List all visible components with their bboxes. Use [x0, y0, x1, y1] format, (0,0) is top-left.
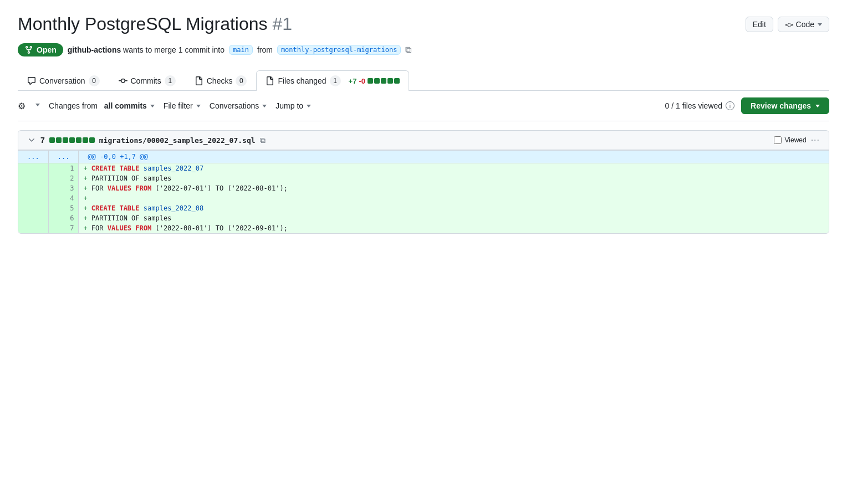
files-changed-count: 1	[330, 75, 341, 86]
conversation-label: Conversation	[39, 76, 85, 85]
file-sq-5	[76, 137, 81, 143]
file-sq-1	[49, 137, 55, 143]
viewed-label: Viewed	[785, 136, 807, 144]
line-content-1: + CREATE TABLE samples_2022_07	[79, 163, 829, 174]
copy-filename-icon[interactable]: ⧉	[260, 136, 266, 145]
files-changed-label: Files changed	[278, 76, 326, 85]
line-old-6	[18, 213, 48, 223]
tab-commits[interactable]: Commits 1	[109, 70, 185, 91]
table-row: 2 + PARTITION OF samples	[18, 173, 829, 183]
table-row: 5 + CREATE TABLE samples_2022_08	[18, 203, 829, 213]
more-options-button[interactable]: ···	[811, 135, 820, 145]
diff-table: ... ... @@ -0,0 +1,7 @@ 1 + CREATE TABLE…	[18, 150, 829, 233]
base-branch-pill[interactable]: main	[229, 45, 253, 55]
file-sq-4	[69, 137, 75, 143]
file-filter-dropdown[interactable]: File filter	[164, 101, 201, 110]
edit-button[interactable]: Edit	[746, 17, 773, 32]
line-new-7: 7	[48, 223, 79, 233]
pr-number: #1	[272, 14, 292, 34]
files-changed-icon	[266, 76, 274, 85]
table-row: 3 + FOR VALUES FROM ('2022-07-01') TO ('…	[18, 183, 829, 193]
conversations-dropdown[interactable]: Conversations	[210, 101, 267, 110]
jump-to-label: Jump to	[275, 101, 303, 110]
file-sq-2	[56, 137, 62, 143]
hunk-header-text: @@ -0,0 +1,7 @@	[79, 151, 829, 163]
changes-chevron-icon	[150, 105, 155, 107]
diff-sq-3	[381, 78, 386, 84]
diff-line-count: 7	[40, 136, 45, 145]
files-viewed-text: 0 / 1 files viewed	[665, 101, 723, 110]
table-row: 7 + FOR VALUES FROM ('2022-08-01') TO ('…	[18, 223, 829, 233]
hunk-header-row: ... ... @@ -0,0 +1,7 @@	[18, 151, 829, 163]
meta-description: github-actions wants to merge 1 commit i…	[68, 45, 224, 54]
review-chevron-icon	[815, 105, 820, 107]
table-row: 4 +	[18, 193, 829, 203]
diff-filename: migrations/00002_samples_2022_07.sql	[99, 136, 256, 145]
tabs-bar: Conversation 0 Commits 1 Checks 0 Files …	[18, 70, 829, 91]
line-old-1	[18, 163, 48, 174]
line-old-3	[18, 183, 48, 193]
diff-stat: +7 -0	[349, 77, 400, 85]
hunk-line-new: ...	[48, 151, 79, 163]
diff-toolbar: ⚙ Changes from all commits File filter C…	[18, 91, 829, 121]
line-old-7	[18, 223, 48, 233]
hunk-line-old: ...	[18, 151, 48, 163]
line-new-6: 6	[48, 213, 79, 223]
viewed-checkbox[interactable]	[774, 136, 782, 144]
open-badge: Open	[18, 43, 63, 56]
line-content-6: + PARTITION OF samples	[79, 213, 829, 223]
checks-label: Checks	[207, 76, 233, 85]
gear-chevron-icon[interactable]	[35, 104, 40, 106]
review-changes-button[interactable]: Review changes	[741, 97, 829, 114]
pr-title: Monthly PostgreSQL Migrations #1	[18, 13, 292, 34]
diff-card: 7 migrations/00002_samples_2022_07.sql ⧉…	[18, 130, 829, 234]
commits-icon	[119, 76, 127, 85]
commits-count: 1	[165, 75, 176, 86]
copy-branch-icon[interactable]: ⧉	[405, 45, 411, 55]
jump-to-chevron-icon	[307, 105, 311, 107]
line-old-5	[18, 203, 48, 213]
diff-sq-1	[368, 78, 373, 84]
tab-files-changed[interactable]: Files changed 1 +7 -0	[256, 70, 409, 91]
checks-icon	[195, 76, 203, 85]
changes-from-dropdown[interactable]: Changes from all commits	[49, 101, 155, 110]
diff-card-header-right: Viewed ···	[774, 135, 820, 145]
commits-label: Commits	[131, 76, 161, 85]
pr-title-row: Monthly PostgreSQL Migrations #1 Edit <>…	[18, 13, 829, 34]
chevron-down-icon	[818, 23, 822, 26]
code-button[interactable]: <> Code	[778, 17, 829, 32]
file-sq-6	[83, 137, 88, 143]
line-new-1: 1	[48, 163, 79, 174]
tab-conversation[interactable]: Conversation 0	[18, 70, 109, 91]
conversations-label: Conversations	[210, 101, 259, 110]
collapse-button[interactable]	[27, 136, 36, 145]
code-bracket-icon: <>	[785, 20, 794, 29]
viewed-checkbox-label[interactable]: Viewed	[774, 136, 807, 144]
files-viewed: 0 / 1 files viewed i	[665, 101, 735, 110]
line-content-3: + FOR VALUES FROM ('2022-07-01') TO ('20…	[79, 183, 829, 193]
diff-removed: -0	[359, 77, 365, 85]
conversation-count: 0	[89, 75, 100, 86]
gear-icon[interactable]: ⚙	[18, 101, 25, 111]
checks-count: 0	[236, 75, 247, 86]
changes-from-label: Changes from	[49, 101, 98, 110]
file-filter-label: File filter	[164, 101, 193, 110]
diff-sq-5	[394, 78, 400, 84]
line-new-5: 5	[48, 203, 79, 213]
info-icon[interactable]: i	[726, 101, 734, 110]
chevron-down-file-icon	[27, 136, 36, 145]
tab-checks[interactable]: Checks 0	[185, 70, 257, 91]
pr-meta: Open github-actions wants to merge 1 com…	[18, 43, 829, 56]
conversations-chevron-icon	[262, 105, 267, 107]
line-new-4: 4	[48, 193, 79, 203]
diff-squares	[368, 78, 400, 84]
actor-name: github-actions	[68, 45, 121, 54]
open-label: Open	[37, 45, 57, 54]
head-branch-pill[interactable]: monthly-postgresql-migrations	[277, 45, 401, 55]
table-row: 1 + CREATE TABLE samples_2022_07	[18, 163, 829, 174]
jump-to-dropdown[interactable]: Jump to	[275, 101, 311, 110]
conversation-icon	[27, 76, 36, 85]
line-content-2: + PARTITION OF samples	[79, 173, 829, 183]
git-merge-icon	[24, 45, 33, 54]
diff-card-header-left: 7 migrations/00002_samples_2022_07.sql ⧉	[27, 136, 266, 145]
